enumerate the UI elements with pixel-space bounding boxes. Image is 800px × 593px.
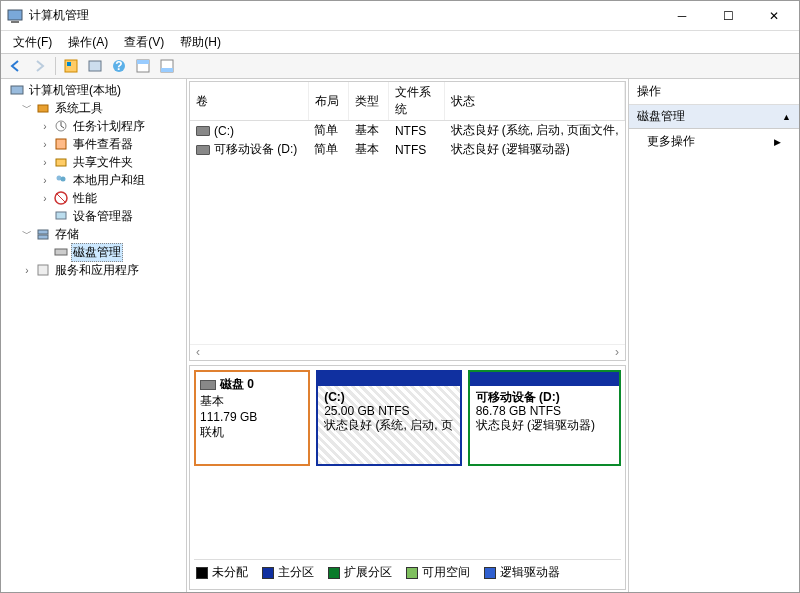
volume-icon: [196, 126, 210, 136]
tree-system-tools[interactable]: ﹀系统工具: [3, 99, 186, 117]
col-status[interactable]: 状态: [445, 82, 625, 121]
col-type[interactable]: 类型: [349, 82, 389, 121]
legend-primary: 主分区: [262, 564, 314, 581]
chevron-right-icon: ▶: [774, 137, 781, 147]
chevron-down-icon[interactable]: ﹀: [21, 101, 33, 115]
nav-tree[interactable]: 计算机管理(本地) ﹀系统工具 ›任务计划程序 ›事件查看器 ›共享文件夹 ›本…: [1, 79, 187, 592]
legend-unallocated: 未分配: [196, 564, 248, 581]
forward-button[interactable]: [29, 55, 51, 77]
tree-disk-management[interactable]: 磁盘管理: [3, 243, 186, 261]
back-button[interactable]: [5, 55, 27, 77]
chevron-right-icon[interactable]: ›: [39, 193, 51, 204]
chevron-down-icon[interactable]: ﹀: [21, 227, 33, 241]
toolbar-separator: [55, 57, 56, 75]
partition-d[interactable]: 可移动设备 (D:) 86.78 GB NTFS 状态良好 (逻辑驱动器): [468, 370, 621, 466]
scroll-right-icon[interactable]: ›: [609, 345, 625, 360]
maximize-button[interactable]: ☐: [705, 1, 751, 31]
tree-root[interactable]: 计算机管理(本地): [3, 81, 186, 99]
svg-rect-10: [161, 68, 173, 72]
table-header-row: 卷 布局 类型 文件系统 状态: [190, 82, 625, 121]
center-pane: 卷 布局 类型 文件系统 状态 (C:) 简单 基本 NTFS 状态良好 (系统…: [187, 79, 629, 592]
chevron-right-icon[interactable]: ›: [39, 139, 51, 150]
actions-pane: 操作 磁盘管理 ▲ 更多操作 ▶: [629, 79, 799, 592]
table-row[interactable]: 可移动设备 (D:) 简单 基本 NTFS 状态良好 (逻辑驱动器): [190, 140, 625, 159]
window-title: 计算机管理: [29, 7, 659, 24]
scroll-left-icon[interactable]: ‹: [190, 345, 206, 360]
chevron-right-icon[interactable]: ›: [39, 175, 51, 186]
chevron-right-icon[interactable]: ›: [39, 121, 51, 132]
legend: 未分配 主分区 扩展分区 可用空间 逻辑驱动器: [194, 559, 621, 585]
titlebar: 计算机管理 ─ ☐ ✕: [1, 1, 799, 31]
svg-rect-20: [38, 230, 48, 234]
svg-rect-15: [56, 159, 66, 166]
tree-event-viewer[interactable]: ›事件查看器: [3, 135, 186, 153]
actions-section[interactable]: 磁盘管理 ▲: [629, 105, 799, 129]
menu-action[interactable]: 操作(A): [60, 32, 116, 53]
partition-stripe: [318, 372, 460, 386]
svg-rect-22: [55, 249, 67, 255]
chevron-right-icon[interactable]: ›: [21, 265, 33, 276]
svg-rect-0: [8, 10, 22, 20]
menubar: 文件(F) 操作(A) 查看(V) 帮助(H): [1, 31, 799, 53]
table-row[interactable]: (C:) 简单 基本 NTFS 状态良好 (系统, 启动, 页面文件,: [190, 121, 625, 141]
disk-info[interactable]: 磁盘 0 基本 111.79 GB 联机: [194, 370, 310, 466]
show-hide-button[interactable]: [60, 55, 82, 77]
svg-point-17: [61, 177, 66, 182]
tree-storage[interactable]: ﹀存储: [3, 225, 186, 243]
legend-extended: 扩展分区: [328, 564, 392, 581]
svg-rect-21: [38, 235, 48, 239]
view-bottom-button[interactable]: [156, 55, 178, 77]
tree-local-users[interactable]: ›本地用户和组: [3, 171, 186, 189]
disk-icon: [200, 380, 216, 390]
tree-task-scheduler[interactable]: ›任务计划程序: [3, 117, 186, 135]
minimize-button[interactable]: ─: [659, 1, 705, 31]
toolbar: ?: [1, 53, 799, 79]
menu-file[interactable]: 文件(F): [5, 32, 60, 53]
disk-map: 磁盘 0 基本 111.79 GB 联机 (C:) 25.00 GB NTFS …: [189, 365, 626, 590]
col-layout[interactable]: 布局: [308, 82, 348, 121]
svg-rect-12: [38, 105, 48, 112]
properties-button[interactable]: [84, 55, 106, 77]
col-volume[interactable]: 卷: [190, 82, 308, 121]
svg-rect-11: [11, 86, 23, 94]
col-fs[interactable]: 文件系统: [389, 82, 445, 121]
svg-rect-1: [11, 21, 19, 23]
partition-c[interactable]: (C:) 25.00 GB NTFS 状态良好 (系统, 启动, 页: [316, 370, 462, 466]
disk-row: 磁盘 0 基本 111.79 GB 联机 (C:) 25.00 GB NTFS …: [194, 370, 621, 466]
collapse-icon[interactable]: ▲: [782, 112, 791, 122]
volume-list[interactable]: 卷 布局 类型 文件系统 状态 (C:) 简单 基本 NTFS 状态良好 (系统…: [189, 81, 626, 361]
legend-logical: 逻辑驱动器: [484, 564, 560, 581]
svg-rect-14: [56, 139, 66, 149]
svg-rect-23: [38, 265, 48, 275]
close-button[interactable]: ✕: [751, 1, 797, 31]
menu-view[interactable]: 查看(V): [116, 32, 172, 53]
tree-services-apps[interactable]: ›服务和应用程序: [3, 261, 186, 279]
svg-rect-19: [56, 212, 66, 219]
help-button[interactable]: ?: [108, 55, 130, 77]
chevron-right-icon[interactable]: ›: [39, 157, 51, 168]
svg-rect-4: [89, 61, 101, 71]
app-icon: [7, 8, 23, 24]
actions-header: 操作: [629, 79, 799, 105]
svg-rect-8: [137, 60, 149, 64]
legend-free: 可用空间: [406, 564, 470, 581]
tree-device-manager[interactable]: 设备管理器: [3, 207, 186, 225]
volume-icon: [196, 145, 210, 155]
partition-stripe: [470, 372, 619, 386]
main-area: 计算机管理(本地) ﹀系统工具 ›任务计划程序 ›事件查看器 ›共享文件夹 ›本…: [1, 79, 799, 592]
tree-performance[interactable]: ›性能: [3, 189, 186, 207]
view-top-button[interactable]: [132, 55, 154, 77]
tree-shared-folders[interactable]: ›共享文件夹: [3, 153, 186, 171]
horizontal-scrollbar[interactable]: ‹ ›: [190, 344, 625, 360]
actions-more[interactable]: 更多操作 ▶: [629, 129, 799, 154]
svg-rect-3: [67, 62, 71, 66]
menu-help[interactable]: 帮助(H): [172, 32, 229, 53]
svg-text:?: ?: [115, 59, 122, 73]
